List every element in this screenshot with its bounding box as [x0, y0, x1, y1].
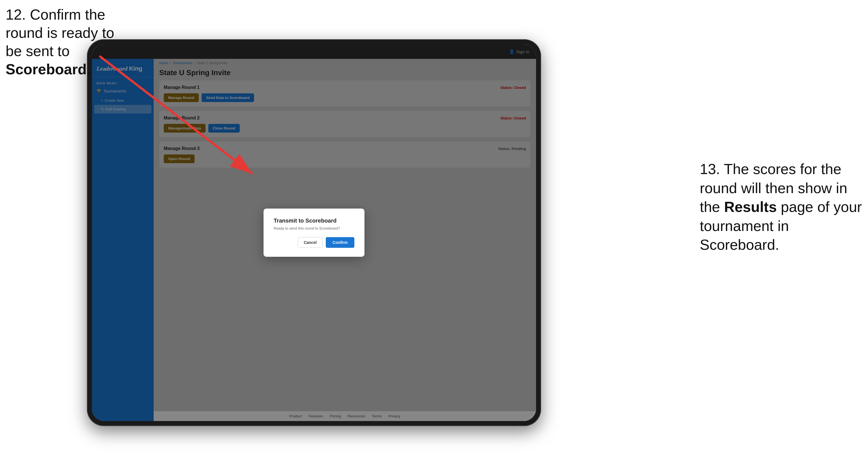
cancel-button[interactable]: Cancel [298, 237, 322, 248]
confirm-button[interactable]: Confirm [326, 237, 354, 248]
dialog-title: Transmit to Scoreboard [274, 218, 354, 224]
tablet-screen: 👤 Sign In Leaderboard King MAIN MENU [92, 44, 536, 421]
dialog-actions: Cancel Confirm [274, 237, 354, 248]
app-container: 👤 Sign In Leaderboard King MAIN MENU [92, 44, 536, 421]
dialog-subtitle: Ready to send this round to Scoreboard? [274, 226, 354, 230]
transmit-dialog: Transmit to Scoreboard Ready to send thi… [264, 209, 365, 257]
modal-overlay: Transmit to Scoreboard Ready to send thi… [92, 44, 536, 421]
tablet-body: 👤 Sign In Leaderboard King MAIN MENU [87, 39, 541, 426]
annotation-step13: 13. The scores for the round will then s… [700, 160, 862, 254]
annotation-step12: 12. Confirm the round is ready to be sen… [6, 6, 123, 79]
tablet-device: 👤 Sign In Leaderboard King MAIN MENU [87, 39, 541, 426]
